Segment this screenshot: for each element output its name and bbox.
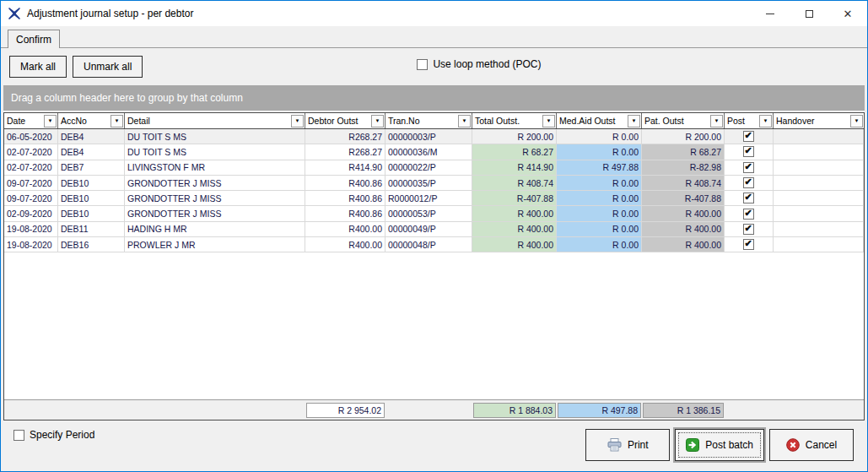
close-button[interactable]: ✕ <box>828 1 867 26</box>
table-row[interactable]: 06-05-2020DEB4DU TOIT S MSR268.270000000… <box>4 129 864 144</box>
filter-dropdown-icon[interactable]: ▼ <box>371 115 384 127</box>
use-loop-method-checkbox[interactable]: Use loop method (POC) <box>417 58 541 70</box>
cell-accno: DEB7 <box>58 160 125 176</box>
post-batch-label: Post batch <box>705 439 753 451</box>
column-header-label: Tran.No <box>388 116 420 126</box>
tab-strip: Confirm <box>1 26 867 48</box>
use-loop-method-checkbox-box[interactable] <box>417 59 428 70</box>
filter-dropdown-icon[interactable]: ▼ <box>628 115 640 127</box>
table-row[interactable]: 19-08-2020DEB11HADING H MRR400.000000004… <box>4 222 864 237</box>
tab-confirm[interactable]: Confirm <box>8 30 60 48</box>
table-row[interactable]: 02-09-2020DEB10GRONDOTTER J MISSR400.860… <box>4 206 864 221</box>
column-header-total_outst[interactable]: Total Outst.▼ <box>472 113 557 128</box>
column-header-date[interactable]: Date▼ <box>4 113 58 128</box>
data-grid: Drag a column header here to group by th… <box>3 85 865 420</box>
cell-med_aid_outst: R 0.00 <box>557 176 642 191</box>
cell-pat_outst: R 400.00 <box>642 222 725 237</box>
specify-period-checkbox[interactable]: Specify Period <box>13 429 94 441</box>
cell-detail: PROWLER J MR <box>125 237 305 252</box>
window-controls: ✕ <box>751 1 867 26</box>
specify-period-label: Specify Period <box>30 429 94 441</box>
post-checkbox[interactable] <box>743 209 754 220</box>
table-row[interactable]: 19-08-2020DEB16PROWLER J MRR400.00000000… <box>4 237 864 252</box>
column-header-label: AccNo <box>61 116 87 126</box>
column-header-handover[interactable]: Handover▼ <box>774 113 864 128</box>
cell-date: 09-07-2020 <box>4 191 58 206</box>
table-row[interactable]: 09-07-2020DEB10GRONDOTTER J MISSR400.86R… <box>4 191 864 206</box>
filter-dropdown-icon[interactable]: ▼ <box>850 115 863 127</box>
column-header-accno[interactable]: AccNo▼ <box>58 113 125 128</box>
column-header-med_aid_outst[interactable]: Med.Aid Outst▼ <box>557 113 642 128</box>
column-header-post[interactable]: Post▼ <box>725 113 774 128</box>
cell-handover <box>774 144 864 160</box>
filter-dropdown-icon[interactable]: ▼ <box>759 115 772 127</box>
post-checkbox[interactable] <box>743 146 754 157</box>
cell-date: 02-09-2020 <box>4 206 58 221</box>
cell-debtor_outst: R400.86 <box>305 176 385 191</box>
table-row[interactable]: 02-07-2020DEB7LIVINGSTON F MRR414.900000… <box>4 160 864 176</box>
cell-total_outst: R 400.00 <box>472 206 557 221</box>
cell-debtor_outst: R268.27 <box>305 129 385 144</box>
column-header-pat_outst[interactable]: Pat. Outst▼ <box>642 113 725 128</box>
post-checkbox[interactable] <box>743 177 754 188</box>
adjustment-journal-window: Adjustment journal setup - per debtor ✕ … <box>0 0 868 472</box>
cell-post <box>725 206 774 221</box>
cell-debtor_outst: R268.27 <box>305 144 385 160</box>
print-button[interactable]: Print <box>585 429 670 461</box>
mark-all-button[interactable]: Mark all <box>9 56 67 78</box>
post-checkbox[interactable] <box>743 224 754 235</box>
cell-tran_no: 00000049/P <box>385 222 472 237</box>
column-header-debtor_outst[interactable]: Debtor Outst▼ <box>305 113 385 128</box>
footer-debtor-outst-total: R 2 954.02 <box>306 403 385 418</box>
column-header-detail[interactable]: Detail▼ <box>125 113 305 128</box>
filter-dropdown-icon[interactable]: ▼ <box>111 115 123 127</box>
post-checkbox[interactable] <box>743 162 754 173</box>
cell-debtor_outst: R400.00 <box>305 237 385 252</box>
cell-pat_outst: R 400.00 <box>642 206 725 221</box>
filter-dropdown-icon[interactable]: ▼ <box>291 115 304 127</box>
cell-detail: GRONDOTTER J MISS <box>125 206 305 221</box>
cell-tran_no: 00000053/P <box>385 206 472 221</box>
cell-total_outst: R 414.90 <box>472 160 557 176</box>
specify-period-checkbox-box[interactable] <box>13 430 24 441</box>
cell-date: 19-08-2020 <box>4 237 58 252</box>
cell-pat_outst: R 408.74 <box>642 176 725 191</box>
post-checkbox[interactable] <box>743 193 754 203</box>
cancel-icon <box>786 438 800 452</box>
cell-accno: DEB10 <box>58 176 125 191</box>
filter-dropdown-icon[interactable]: ▼ <box>710 115 723 127</box>
cell-pat_outst: R-407.88 <box>642 191 725 206</box>
cell-total_outst: R-407.88 <box>472 191 557 206</box>
cell-tran_no: 00000003/P <box>385 129 472 144</box>
filter-dropdown-icon[interactable]: ▼ <box>458 115 471 127</box>
post-checkbox[interactable] <box>743 131 754 142</box>
cell-accno: DEB10 <box>58 191 125 206</box>
cancel-button[interactable]: Cancel <box>769 429 854 461</box>
print-label: Print <box>628 439 649 451</box>
table-row[interactable]: 09-07-2020DEB10GRONDOTTER J MISSR400.860… <box>4 176 864 191</box>
cell-pat_outst: R-82.98 <box>642 160 725 176</box>
cell-date: 02-07-2020 <box>4 144 58 160</box>
filter-dropdown-icon[interactable]: ▼ <box>542 115 555 127</box>
cell-detail: DU TOIT S MS <box>125 129 305 144</box>
use-loop-method-label: Use loop method (POC) <box>433 58 541 70</box>
maximize-button[interactable] <box>790 1 828 26</box>
post-batch-button[interactable]: Post batch <box>675 429 764 461</box>
column-header-label: Debtor Outst <box>308 116 359 126</box>
cell-handover <box>774 237 864 252</box>
cell-med_aid_outst: R 0.00 <box>557 237 642 252</box>
group-by-bar: Drag a column header here to group by th… <box>3 85 865 111</box>
column-header-label: Date <box>7 116 25 126</box>
footer-total-outst-total: R 1 884.03 <box>473 403 556 418</box>
cell-total_outst: R 400.00 <box>472 237 557 252</box>
column-header-label: Med.Aid Outst <box>559 116 616 126</box>
post-checkbox[interactable] <box>743 239 754 250</box>
cell-debtor_outst: R400.00 <box>305 222 385 237</box>
unmark-all-button[interactable]: Unmark all <box>73 56 143 78</box>
cell-accno: DEB10 <box>58 206 125 221</box>
column-header-tran_no[interactable]: Tran.No▼ <box>385 113 472 128</box>
minimize-button[interactable] <box>751 1 790 26</box>
cell-pat_outst: R 200.00 <box>642 129 725 144</box>
table-row[interactable]: 02-07-2020DEB4DU TOIT S MSR268.270000003… <box>4 144 864 160</box>
filter-dropdown-icon[interactable]: ▼ <box>44 115 57 127</box>
